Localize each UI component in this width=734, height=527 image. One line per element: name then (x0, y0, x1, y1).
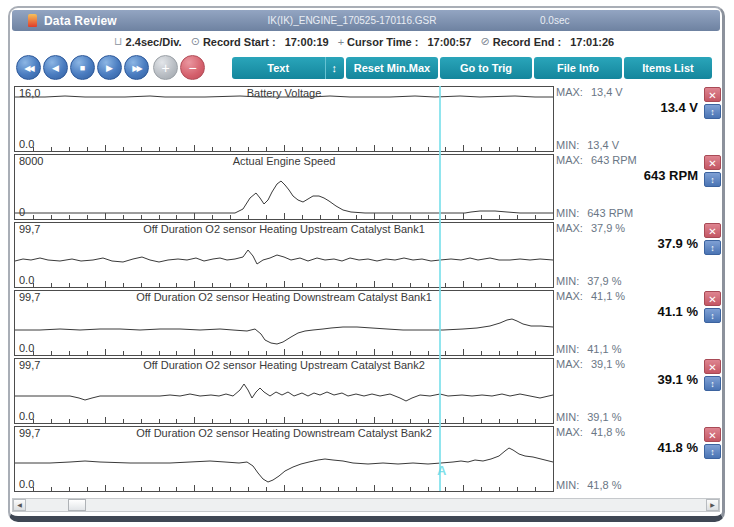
expand-icon: ↕ (710, 311, 715, 321)
min-value: 39,1 % (587, 411, 621, 423)
stop-button[interactable]: ■ (70, 55, 95, 80)
expand-icon: ↕ (710, 379, 715, 389)
horizontal-scrollbar[interactable]: ◀ ▶ (12, 498, 720, 512)
signal-trace (15, 155, 553, 219)
min-value: 13,4 V (587, 139, 619, 151)
signal-trace (15, 427, 553, 491)
fast-forward-button[interactable]: ▶▶ (124, 55, 149, 80)
play-icon: ▶ (106, 63, 113, 73)
signal-trace (15, 291, 553, 355)
chart-area[interactable]: 8000 Actual Engine Speed 0 (14, 154, 554, 220)
channel-panel: 99,7 Off Duration O2 sensor Heating Down… (10, 425, 722, 493)
record-start-value: 17:00:19 (285, 36, 329, 48)
go-to-trig-button[interactable]: Go to Trig (440, 57, 532, 79)
signal-trace (15, 359, 553, 423)
minus-icon: − (188, 60, 196, 76)
record-start-label: Record Start : (203, 36, 276, 48)
channel-panel: 99,7 Off Duration O2 sensor Heating Down… (10, 289, 722, 357)
title-bar: Data Review IK(IK)_ENGINE_170525-170116.… (12, 10, 720, 31)
expand-channel-button[interactable]: ↕ (704, 240, 721, 255)
expand-icon: ↕ (710, 107, 715, 117)
min-label: MIN: (556, 343, 579, 355)
record-start-icon: ⊙ (191, 35, 200, 48)
text-mode-dropdown[interactable]: ↕ Text (232, 57, 344, 79)
text-mode-label: Text (267, 62, 289, 74)
max-value: 39,1 % (591, 358, 625, 370)
max-value: 37,9 % (591, 222, 625, 234)
chart-area[interactable]: 99,7 Off Duration O2 sensor Heating Upst… (14, 222, 554, 288)
fast-forward-icon: ▶▶ (132, 64, 140, 73)
cursor-marker-a: A (437, 463, 446, 478)
close-icon: ✕ (708, 362, 716, 373)
expand-channel-button[interactable]: ↕ (704, 444, 721, 459)
expand-icon: ↕ (710, 243, 715, 253)
expand-channel-button[interactable]: ↕ (704, 308, 721, 323)
zoom-in-button[interactable]: + (153, 55, 178, 80)
play-button[interactable]: ▶ (97, 55, 122, 80)
channel-readout: MAX:13,4 V 13.4 V MIN:13,4 V (554, 85, 700, 153)
fast-rewind-button[interactable]: ◀◀ (16, 55, 41, 80)
close-channel-button[interactable]: ✕ (704, 291, 721, 306)
current-value: 643 RPM (644, 168, 698, 183)
scrollbar-thumb[interactable] (68, 499, 86, 511)
axis-ticks (15, 483, 553, 491)
max-label: MAX: (556, 358, 583, 370)
cursor-time-value: 17:00:57 (427, 36, 471, 48)
app-flame-icon (28, 14, 37, 27)
expand-icon: ↕ (710, 447, 715, 457)
division-icon: ⊔ (114, 35, 123, 48)
scroll-left-button[interactable]: ◀ (13, 499, 26, 511)
reset-minmax-button[interactable]: Reset Min.Max (346, 57, 438, 79)
expand-channel-button[interactable]: ↕ (704, 104, 721, 119)
record-end-icon: ⊘ (480, 35, 489, 48)
signal-trace (15, 87, 553, 151)
close-channel-button[interactable]: ✕ (704, 223, 721, 238)
fast-rewind-icon: ◀◀ (24, 64, 32, 73)
max-value: 13,4 V (591, 86, 623, 98)
expand-channel-button[interactable]: ↕ (704, 172, 721, 187)
record-end-value: 17:01:26 (570, 36, 614, 48)
close-channel-button[interactable]: ✕ (704, 155, 721, 170)
close-channel-button[interactable]: ✕ (704, 87, 721, 102)
close-icon: ✕ (708, 294, 716, 305)
chart-area[interactable]: 99,7 Off Duration O2 sensor Heating Upst… (14, 358, 554, 424)
plus-icon: + (161, 60, 169, 76)
current-value: 41.1 % (658, 304, 698, 319)
expand-channel-button[interactable]: ↕ (704, 376, 721, 391)
axis-ticks (15, 211, 553, 219)
close-icon: ✕ (708, 90, 716, 101)
scroll-right-button[interactable]: ▶ (706, 499, 719, 511)
max-label: MAX: (556, 86, 583, 98)
axis-ticks (15, 415, 553, 423)
current-value: 41.8 % (658, 440, 698, 455)
toolbar: ◀◀ ◀ ■ ▶ ▶▶ + − ↕ Text Reset Min.Max Go … (12, 52, 720, 85)
channel-readout: MAX:41,8 % 41.8 % MIN:41,8 % (554, 425, 700, 493)
stop-icon: ■ (80, 63, 85, 73)
cursor-time-label: Cursor Time : (347, 36, 418, 48)
chart-area[interactable]: 99,7 Off Duration O2 sensor Heating Down… (14, 290, 554, 356)
max-label: MAX: (556, 290, 583, 302)
step-back-button[interactable]: ◀ (43, 55, 68, 80)
items-list-button[interactable]: Items List (624, 57, 712, 79)
close-channel-button[interactable]: ✕ (704, 359, 721, 374)
current-value: 39.1 % (658, 372, 698, 387)
close-icon: ✕ (708, 158, 716, 169)
data-review-window: Data Review IK(IK)_ENGINE_170525-170116.… (8, 6, 725, 522)
chart-area[interactable]: 16,0 Battery Voltage 0.0 (14, 86, 554, 152)
axis-ticks (15, 279, 553, 287)
channel-strip-area: A 16,0 Battery Voltage 0.0 MAX:13,4 V 13… (10, 85, 722, 493)
time-cursor-line[interactable] (439, 86, 441, 491)
channel-readout: MAX:643 RPM 643 RPM MIN:643 RPM (554, 153, 700, 221)
axis-ticks (15, 347, 553, 355)
signal-trace (15, 223, 553, 287)
file-info-button[interactable]: File Info (534, 57, 622, 79)
max-value: 643 RPM (591, 154, 637, 166)
close-icon: ✕ (708, 226, 716, 237)
min-value: 643 RPM (587, 207, 633, 219)
close-icon: ✕ (708, 430, 716, 441)
zoom-out-button[interactable]: − (180, 55, 205, 80)
max-label: MAX: (556, 154, 583, 166)
chart-area[interactable]: 99,7 Off Duration O2 sensor Heating Down… (14, 426, 554, 492)
close-channel-button[interactable]: ✕ (704, 427, 721, 442)
max-label: MAX: (556, 426, 583, 438)
